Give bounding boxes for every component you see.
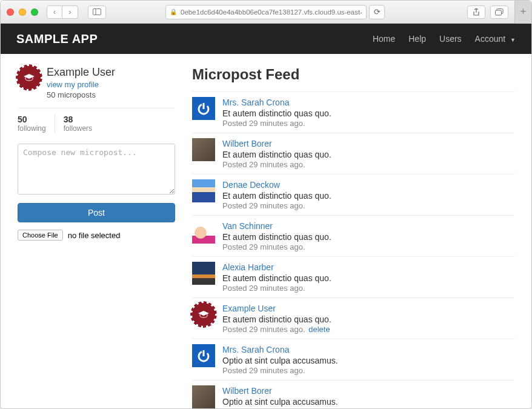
post-author-link[interactable]: Denae Deckow	[222, 180, 280, 190]
nav-link-help[interactable]: Help	[408, 34, 426, 44]
reload-icon: ⟳	[374, 7, 381, 16]
feed-list: Mrs. Sarah CronaEt autem distinctio quas…	[192, 91, 514, 408]
compose-form: Post Choose File no file selected	[18, 144, 175, 241]
tabs-icon	[495, 8, 504, 16]
stat-followers[interactable]: 38 followers	[55, 115, 101, 133]
sidebar: Example User view my profile 50 micropos…	[18, 66, 175, 408]
followers-count: 38	[64, 115, 92, 124]
post-meta: Posted 29 minutes ago.	[222, 201, 514, 210]
post-meta: Posted 29 minutes ago.	[222, 284, 514, 293]
share-icon	[473, 8, 480, 16]
post-meta: Posted 29 minutes ago.	[222, 366, 514, 375]
browser-toolbar: ‹ › 🔒 0ebe1dc6d40e4a4bb06e0ca7fe138127.v…	[1, 1, 531, 24]
post-author-link[interactable]: Example User	[222, 304, 276, 313]
plus-icon: +	[520, 5, 527, 18]
power-icon	[196, 348, 211, 364]
stat-following[interactable]: 50 following	[18, 115, 55, 133]
avatar	[192, 385, 215, 408]
avatar	[192, 97, 215, 120]
view-profile-link[interactable]: view my profile	[47, 80, 99, 89]
followers-label: followers	[64, 124, 92, 133]
tabs-button[interactable]	[490, 5, 508, 19]
minimize-window-button[interactable]	[19, 8, 26, 16]
url-text: 0ebe1dc6d40e4a4bb06e0ca7fe138127.vfs.clo…	[181, 8, 362, 16]
post-author-link[interactable]: Wilbert Borer	[222, 386, 272, 396]
post-content: Et autem distinctio quas quo.	[222, 232, 514, 242]
feed-item: Wilbert BorerEt autem distinctio quas qu…	[192, 133, 514, 174]
post-author-link[interactable]: Mrs. Sarah Crona	[222, 345, 289, 354]
user-header: Example User view my profile 50 micropos…	[18, 66, 175, 99]
nav-links: Home Help Users Account ▼	[373, 34, 516, 44]
toolbar-right-group: +	[467, 1, 525, 24]
file-status: no file selected	[68, 231, 121, 240]
post-author-link[interactable]: Mrs. Sarah Crona	[222, 98, 289, 107]
window-controls	[7, 8, 38, 16]
svg-rect-0	[93, 9, 101, 15]
post-content: Et autem distinctio quas quo.	[222, 191, 514, 201]
avatar	[192, 221, 215, 244]
app-navbar: SAMPLE APP Home Help Users Account ▼	[1, 24, 531, 54]
avatar	[192, 344, 215, 367]
post-content: Optio at sint culpa accusamus.	[222, 397, 514, 407]
chevron-right-icon: ›	[69, 8, 71, 16]
new-tab-button[interactable]: +	[514, 1, 531, 24]
feed-item: Example UserEt autem distinctio quas quo…	[192, 298, 514, 339]
post-meta: Posted 29 minutes ago.	[222, 242, 514, 251]
nav-link-home[interactable]: Home	[373, 34, 395, 44]
feed-item: Mrs. Sarah CronaEt autem distinctio quas…	[192, 91, 514, 133]
post-author-link[interactable]: Alexia Harber	[222, 262, 274, 272]
share-button[interactable]	[467, 5, 485, 19]
following-label: following	[18, 124, 46, 133]
avatar	[192, 138, 215, 161]
page-viewport: SAMPLE APP Home Help Users Account ▼	[1, 24, 531, 408]
back-button[interactable]: ‹	[47, 5, 62, 19]
following-count: 50	[18, 115, 46, 124]
feed-item: Alexia HarberEt autem distinctio quas qu…	[192, 256, 514, 298]
feed-column: Micropost Feed Mrs. Sarah CronaEt autem …	[192, 66, 514, 408]
file-row: Choose File no file selected	[18, 230, 175, 241]
caret-down-icon: ▼	[510, 37, 516, 43]
post-content: Et autem distinctio quas quo.	[222, 108, 514, 118]
graduation-cap-icon	[23, 73, 35, 82]
feed-item: Denae DeckowEt autem distinctio quas quo…	[192, 174, 514, 215]
post-meta: Posted 29 minutes ago. delete	[222, 325, 514, 334]
post-content: Et autem distinctio quas quo.	[222, 273, 514, 283]
post-content: Et autem distinctio quas quo.	[222, 150, 514, 159]
app-brand[interactable]: SAMPLE APP	[16, 32, 98, 46]
post-content: Optio at sint culpa accusamus.	[222, 356, 514, 365]
browser-window: ‹ › 🔒 0ebe1dc6d40e4a4bb06e0ca7fe138127.v…	[0, 0, 532, 409]
post-meta: Posted 29 minutes ago.	[222, 119, 514, 128]
avatar	[192, 262, 215, 285]
address-bar[interactable]: 🔒 0ebe1dc6d40e4a4bb06e0ca7fe138127.vfs.c…	[165, 5, 367, 19]
chevron-left-icon: ‹	[53, 8, 56, 16]
post-button[interactable]: Post	[18, 203, 175, 222]
sidebar-toggle-button[interactable]	[88, 5, 106, 19]
delete-link[interactable]: delete	[308, 325, 330, 334]
lock-icon: 🔒	[170, 8, 177, 15]
nav-link-users[interactable]: Users	[439, 34, 462, 44]
nav-link-account-label: Account	[475, 34, 506, 44]
post-author-link[interactable]: Wilbert Borer	[222, 139, 272, 148]
reload-button[interactable]: ⟳	[369, 5, 385, 19]
post-meta: Posted 29 minutes ago.	[222, 160, 514, 169]
nav-history-group: ‹ ›	[47, 5, 78, 19]
feed-item: Van SchinnerEt autem distinctio quas quo…	[192, 215, 514, 256]
close-window-button[interactable]	[7, 8, 14, 16]
page-container: Example User view my profile 50 micropos…	[1, 54, 531, 408]
zoom-window-button[interactable]	[31, 8, 38, 16]
avatar	[192, 179, 215, 202]
nav-link-account[interactable]: Account ▼	[475, 34, 516, 44]
post-author-link[interactable]: Van Schinner	[222, 221, 273, 231]
choose-file-button[interactable]: Choose File	[18, 230, 63, 241]
avatar	[192, 303, 215, 326]
compose-input[interactable]	[18, 144, 175, 195]
sidebar-icon	[93, 8, 101, 15]
user-name: Example User	[47, 66, 115, 79]
feed-title: Micropost Feed	[192, 66, 514, 83]
feed-item: Mrs. Sarah CronaOptio at sint culpa accu…	[192, 339, 514, 380]
feed-item: Wilbert BorerOptio at sint culpa accusam…	[192, 380, 514, 408]
user-avatar	[18, 66, 41, 89]
graduation-cap-icon	[198, 310, 210, 319]
forward-button[interactable]: ›	[62, 5, 78, 19]
micropost-count: 50 microposts	[47, 90, 115, 99]
